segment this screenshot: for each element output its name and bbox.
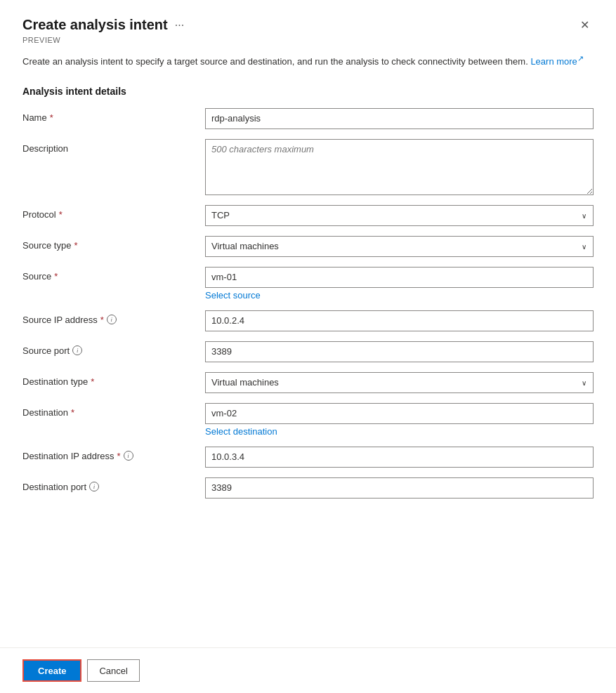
description-control-wrap — [205, 139, 594, 195]
destination-ip-input[interactable] — [205, 447, 594, 468]
destination-type-label: Destination type * — [22, 372, 205, 387]
source-type-select[interactable]: Virtual machines IP address Subnet — [205, 236, 594, 257]
name-required: * — [50, 112, 53, 123]
source-label: Source * — [22, 267, 205, 282]
more-button[interactable]: ··· — [175, 19, 184, 32]
name-label: Name * — [22, 108, 205, 123]
source-ip-info-icon[interactable]: i — [107, 315, 117, 324]
description-textarea[interactable] — [205, 139, 594, 195]
select-destination-link[interactable]: Select destination — [205, 426, 594, 437]
protocol-required: * — [59, 209, 63, 220]
destination-required: * — [71, 407, 74, 418]
form-row-source-ip: Source IP address * i — [22, 310, 594, 331]
destination-input[interactable] — [205, 403, 594, 424]
destination-control-wrap: Select destination — [205, 403, 594, 437]
source-ip-input[interactable] — [205, 310, 594, 331]
panel-title: Create analysis intent — [22, 17, 168, 33]
source-port-label: Source port i — [22, 341, 205, 356]
select-source-link[interactable]: Select source — [205, 290, 594, 301]
source-required: * — [54, 271, 58, 282]
destination-ip-control-wrap — [205, 447, 594, 468]
source-ip-label: Source IP address * i — [22, 310, 205, 325]
panel-footer: Create Cancel — [0, 647, 616, 693]
form-row-name: Name * — [22, 108, 594, 129]
source-type-control-wrap: Virtual machines IP address Subnet ∨ — [205, 236, 594, 257]
source-ip-required: * — [100, 315, 104, 325]
create-button[interactable]: Create — [22, 659, 81, 682]
source-type-select-wrap: Virtual machines IP address Subnet ∨ — [205, 236, 594, 257]
close-button[interactable]: ✕ — [576, 17, 594, 33]
destination-ip-label: Destination IP address * i — [22, 447, 205, 461]
destination-port-info-icon[interactable]: i — [89, 482, 99, 491]
name-input[interactable] — [205, 108, 594, 129]
protocol-control-wrap: TCP UDP Any ∨ — [205, 205, 594, 226]
create-analysis-panel: Create analysis intent ··· ✕ PREVIEW Cre… — [0, 0, 616, 693]
destination-label: Destination * — [22, 403, 205, 418]
destination-type-control-wrap: Virtual machines IP address Subnet ∨ — [205, 372, 594, 393]
destination-port-input[interactable] — [205, 477, 594, 499]
source-port-control-wrap — [205, 341, 594, 362]
source-type-required: * — [74, 240, 77, 251]
source-port-info-icon[interactable]: i — [72, 345, 82, 355]
form-row-description: Description — [22, 139, 594, 195]
destination-ip-info-icon[interactable]: i — [124, 451, 133, 461]
destination-type-select-wrap: Virtual machines IP address Subnet ∨ — [205, 372, 594, 393]
destination-ip-required: * — [117, 451, 121, 461]
learn-more-link[interactable]: Learn more↗ — [530, 56, 583, 67]
source-control-wrap: Select source — [205, 267, 594, 301]
title-row: Create analysis intent ··· — [22, 17, 184, 33]
form-row-protocol: Protocol * TCP UDP Any ∨ — [22, 205, 594, 226]
source-type-label: Source type * — [22, 236, 205, 251]
destination-type-select[interactable]: Virtual machines IP address Subnet — [205, 372, 594, 393]
preview-tag: PREVIEW — [22, 36, 594, 44]
section-title: Analysis intent details — [22, 86, 594, 97]
form-row-destination-port: Destination port i — [22, 477, 594, 499]
form-row-destination-ip: Destination IP address * i — [22, 447, 594, 468]
form-row-destination-type: Destination type * Virtual machines IP a… — [22, 372, 594, 393]
external-link-icon: ↗ — [577, 54, 584, 62]
description-label: Description — [22, 139, 205, 154]
name-control-wrap — [205, 108, 594, 129]
protocol-select-wrap: TCP UDP Any ∨ — [205, 205, 594, 226]
source-port-input[interactable] — [205, 341, 594, 362]
form-row-source-port: Source port i — [22, 341, 594, 362]
destination-type-required: * — [91, 376, 94, 387]
destination-port-control-wrap — [205, 477, 594, 499]
panel-header: Create analysis intent ··· ✕ — [22, 17, 594, 33]
cancel-button[interactable]: Cancel — [87, 659, 139, 682]
panel-description: Create an analysis intent to specify a t… — [22, 53, 594, 69]
form-row-destination: Destination * Select destination — [22, 403, 594, 437]
protocol-select[interactable]: TCP UDP Any — [205, 205, 594, 226]
source-ip-control-wrap — [205, 310, 594, 331]
protocol-label: Protocol * — [22, 205, 205, 220]
form-row-source: Source * Select source — [22, 267, 594, 301]
form-row-source-type: Source type * Virtual machines IP addres… — [22, 236, 594, 257]
source-input[interactable] — [205, 267, 594, 288]
destination-port-label: Destination port i — [22, 477, 205, 492]
